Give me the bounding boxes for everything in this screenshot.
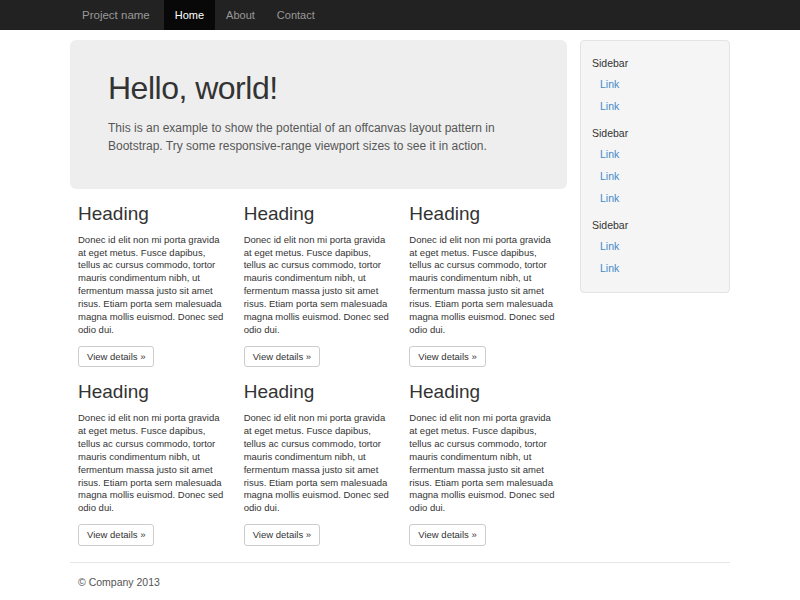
view-details-button[interactable]: View details »: [78, 346, 154, 367]
card-body: Donec id elit non mi porta gravida at eg…: [78, 412, 228, 515]
view-details-button[interactable]: View details »: [244, 524, 320, 545]
content-card-6: Heading Donec id elit non mi porta gravi…: [401, 381, 567, 545]
sidebar-header: Sidebar: [581, 52, 729, 73]
navbar-brand[interactable]: Project name: [70, 0, 162, 30]
card-heading: Heading: [409, 381, 559, 403]
content-card-4: Heading Donec id elit non mi porta gravi…: [70, 381, 236, 545]
sidebar-link[interactable]: Link: [581, 257, 729, 279]
jumbotron: Hello, world! This is an example to show…: [70, 40, 567, 189]
nav-item-home[interactable]: Home: [164, 0, 215, 30]
card-body: Donec id elit non mi porta gravida at eg…: [244, 412, 394, 515]
view-details-button[interactable]: View details »: [409, 346, 485, 367]
card-heading: Heading: [244, 203, 394, 225]
sidebar-link[interactable]: Link: [581, 235, 729, 257]
navbar-container: Project name Home About Contact: [70, 0, 730, 30]
sidebar: Sidebar Link Link Sidebar Link Link Link…: [567, 30, 730, 293]
footer-copyright: © Company 2013: [70, 563, 730, 588]
card-body: Donec id elit non mi porta gravida at eg…: [244, 234, 394, 337]
sidebar-link[interactable]: Link: [581, 73, 729, 95]
sidebar-well: Sidebar Link Link Sidebar Link Link Link…: [580, 40, 730, 293]
cards-row-2: Heading Donec id elit non mi porta gravi…: [70, 381, 567, 545]
content-card-3: Heading Donec id elit non mi porta gravi…: [401, 203, 567, 367]
page-container: Hello, world! This is an example to show…: [70, 30, 730, 588]
offcanvas-row: Hello, world! This is an example to show…: [70, 30, 730, 546]
card-body: Donec id elit non mi porta gravida at eg…: [78, 234, 228, 337]
sidebar-link[interactable]: Link: [581, 143, 729, 165]
sidebar-header: Sidebar: [581, 214, 729, 235]
sidebar-header: Sidebar: [581, 122, 729, 143]
navbar-nav: Home About Contact: [164, 0, 326, 30]
sidebar-link[interactable]: Link: [581, 187, 729, 209]
view-details-button[interactable]: View details »: [78, 524, 154, 545]
card-heading: Heading: [244, 381, 394, 403]
card-body: Donec id elit non mi porta gravida at eg…: [409, 234, 559, 337]
card-body: Donec id elit non mi porta gravida at eg…: [409, 412, 559, 515]
nav-item-contact[interactable]: Contact: [266, 0, 326, 30]
view-details-button[interactable]: View details »: [244, 346, 320, 367]
sidebar-link[interactable]: Link: [581, 95, 729, 117]
jumbotron-title: Hello, world!: [108, 70, 529, 107]
page-footer: © Company 2013: [70, 563, 730, 588]
content-card-2: Heading Donec id elit non mi porta gravi…: [236, 203, 402, 367]
card-heading: Heading: [78, 381, 228, 403]
content-card-5: Heading Donec id elit non mi porta gravi…: [236, 381, 402, 545]
sidebar-link[interactable]: Link: [581, 165, 729, 187]
view-details-button[interactable]: View details »: [409, 524, 485, 545]
cards-row-1: Heading Donec id elit non mi porta gravi…: [70, 203, 567, 367]
nav-item-about[interactable]: About: [215, 0, 266, 30]
content-card-1: Heading Donec id elit non mi porta gravi…: [70, 203, 236, 367]
jumbotron-description: This is an example to show the potential…: [108, 119, 529, 155]
top-navbar: Project name Home About Contact: [0, 0, 800, 30]
card-heading: Heading: [78, 203, 228, 225]
card-heading: Heading: [409, 203, 559, 225]
main-content: Hello, world! This is an example to show…: [70, 30, 567, 546]
